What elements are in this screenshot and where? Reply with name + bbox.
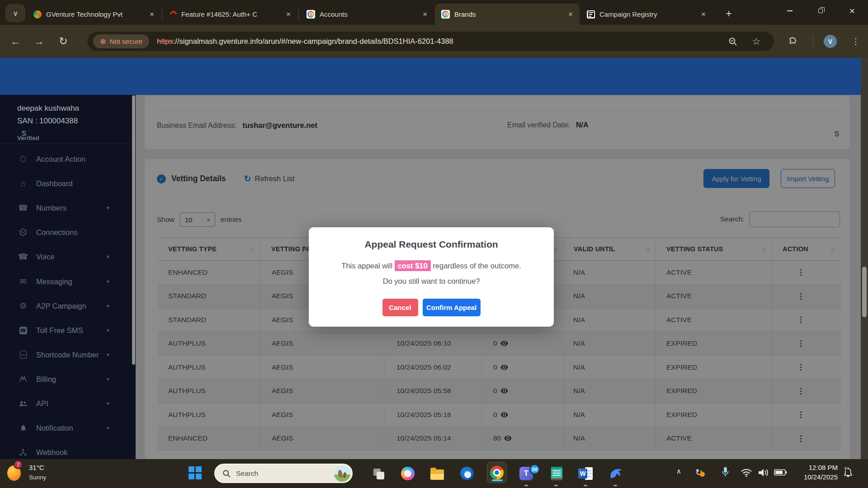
microphone-tray-button[interactable] — [722, 466, 729, 478]
address-bar[interactable]: ⊗ Not secure https://signalmash.gventure… — [87, 32, 774, 51]
browser-menu-button[interactable]: ⋮ — [849, 34, 863, 48]
webhook-icon — [18, 448, 28, 456]
sidebar-item-voice[interactable]: ☎ Voice ▾ — [0, 244, 132, 269]
cancel-button[interactable]: Cancel — [382, 299, 418, 316]
sidebar-scrollbar[interactable] — [132, 95, 135, 365]
word-button[interactable]: W — [576, 465, 594, 483]
chevron-up-icon: ∧ — [676, 467, 681, 475]
tab-title: GVenture Technology Pvt — [46, 10, 144, 18]
url-rest: ://signalmash.gventure.info/arun/#/new-c… — [173, 37, 453, 45]
sidebar-item-connections[interactable]: Connections — [0, 220, 132, 244]
wifi-tray-button[interactable] — [741, 468, 752, 477]
volume-tray-button[interactable] — [758, 468, 769, 478]
dolphin-icon — [608, 466, 623, 481]
browser-tab-campaign-registry[interactable]: Campaign Registry × — [580, 4, 712, 25]
code-file-icon: </> — [18, 351, 28, 359]
sidebar-item-shortcode-number[interactable]: </> Shortcode Number ▾ — [0, 343, 132, 367]
browser-tab-brands-active[interactable]: S Brands × — [435, 4, 580, 25]
notepad-icon — [551, 467, 562, 480]
start-button[interactable] — [189, 466, 202, 480]
weather-alert-badge: 7 — [14, 460, 23, 469]
tray-expand-button[interactable]: ∧ — [676, 467, 681, 475]
sidebar-item-billing[interactable]: Billing ▾ — [0, 367, 132, 391]
tab-close-icon[interactable]: × — [148, 10, 156, 19]
reload-button[interactable]: ↻ — [54, 32, 72, 50]
teams-button[interactable]: T 30 — [517, 465, 535, 483]
sync-tray-button[interactable]: ↻ — [695, 467, 703, 478]
sidebar-item-api[interactable]: API ▾ — [0, 391, 132, 416]
redmine-icon — [169, 9, 178, 19]
copilot-icon — [401, 467, 415, 480]
close-window-button[interactable]: × — [839, 0, 865, 22]
gventure-icon — [33, 10, 42, 19]
user-name: deepak kushwaha — [17, 102, 79, 115]
running-indicator — [554, 485, 558, 486]
restore-button[interactable] — [807, 0, 834, 22]
weather-temperature[interactable]: 31°C — [29, 464, 44, 471]
folder-icon — [430, 469, 444, 480]
tab-close-icon[interactable]: × — [285, 10, 292, 19]
tab-close-icon[interactable]: × — [567, 10, 574, 19]
bookmark-button[interactable]: ☆ — [750, 36, 762, 47]
zoom-out-indicator[interactable] — [727, 36, 739, 47]
browser-tab-accounts[interactable]: S Accounts × — [300, 4, 434, 25]
copilot-button[interactable] — [399, 465, 417, 483]
modal-question: Do you still want to continue? — [309, 277, 554, 286]
tab-close-icon[interactable]: × — [421, 10, 429, 19]
tab-close-icon[interactable]: × — [700, 10, 707, 19]
search-highlight-image[interactable] — [334, 465, 350, 482]
dolphin-app-button[interactable] — [606, 465, 624, 483]
page-scrollbar[interactable] — [861, 58, 868, 459]
file-explorer-button[interactable] — [428, 465, 446, 483]
new-tab-button[interactable]: + — [722, 6, 736, 21]
chrome-button-active[interactable] — [487, 462, 507, 483]
scrollbar-thumb[interactable] — [862, 267, 867, 317]
weather-description[interactable]: Sunny — [29, 474, 46, 481]
sidebar-item-messaging[interactable]: ✉ Messaging ▾ — [0, 269, 132, 294]
url-scheme: https — [157, 37, 173, 45]
thunderbird-button[interactable] — [458, 465, 476, 483]
taskbar-clock[interactable]: 12:08 PM 10/24/2025 — [787, 463, 838, 482]
chevron-down-icon: ▾ — [107, 400, 109, 407]
running-indicator — [613, 485, 617, 486]
chevron-down-icon: ▾ — [107, 278, 109, 285]
chrome-icon — [490, 466, 504, 479]
back-button[interactable]: ← — [6, 32, 24, 50]
battery-icon — [774, 469, 787, 476]
kebab-icon: ⋮ — [852, 36, 860, 47]
user-status-badge: Verified — [17, 135, 39, 141]
taskbar-search[interactable]: Search — [214, 464, 353, 483]
app-header: S signalmash Brand › Brand details $ 179… — [0, 58, 868, 95]
sidebar-item-toll-free-sms[interactable]: ☎ Toll Free SMS ▾ — [0, 318, 132, 343]
sidebar-item-a2p-campaign[interactable]: ⚙ A2P Campaign ▾ — [0, 294, 132, 318]
sidebar-item-account-action[interactable]: Account Action — [0, 147, 132, 171]
profile-avatar[interactable]: V — [824, 35, 837, 48]
confirm-appeal-button[interactable]: Confirm Appeal — [423, 299, 481, 316]
bell-icon — [18, 424, 28, 432]
notepad-button[interactable] — [547, 465, 566, 483]
not-secure-chip[interactable]: ⊗ Not secure — [93, 34, 149, 48]
list-icon — [587, 10, 595, 19]
modal-message: This appeal will cost $10 regardless of … — [309, 262, 554, 270]
signalmash-icon: S — [441, 10, 450, 19]
battery-tray-button[interactable] — [774, 469, 787, 476]
minimize-button[interactable] — [777, 0, 803, 22]
forward-button[interactable]: → — [30, 32, 48, 50]
browser-tab-gventure[interactable]: GVenture Technology Pvt × — [27, 4, 161, 25]
url-text: https://signalmash.gventure.info/arun/#/… — [157, 37, 453, 46]
microphone-icon — [722, 466, 729, 478]
sidebar-item-dashboard[interactable]: ⌂ Dashboard — [0, 171, 132, 196]
extensions-button[interactable] — [787, 36, 798, 47]
notification-center-button[interactable]: z — [843, 466, 856, 481]
sidebar-user-block: deepak kushwaha SAN : 100004388 — [17, 102, 79, 127]
task-view-button[interactable] — [369, 465, 387, 483]
sidebar-item-numbers[interactable]: ☎ Numbers ▾ — [0, 196, 132, 220]
tab-search-button[interactable]: ∨ — [5, 4, 25, 22]
phone-icon: ☎ — [18, 252, 28, 262]
sync-status-dot — [700, 472, 705, 477]
minimize-icon — [787, 10, 793, 11]
chevron-down-icon: ▾ — [107, 425, 109, 431]
sidebar-item-notification[interactable]: Notification ▾ — [0, 416, 132, 440]
tab-title: Brands — [454, 10, 562, 18]
browser-tab-feature[interactable]: Feature #14625: Auth+ C × — [164, 4, 297, 25]
